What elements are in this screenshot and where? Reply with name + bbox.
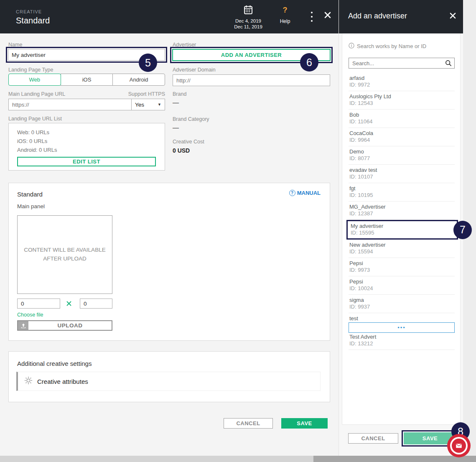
- load-more-button[interactable]: •••: [349, 322, 455, 333]
- creative-cost-label: Creative Cost: [173, 139, 204, 145]
- upload-icon: [18, 321, 28, 330]
- horizontal-scrollbar-thumb[interactable]: [313, 456, 476, 462]
- panel-title: Add an advertiser: [348, 12, 407, 20]
- advertiser-id: ID: 9972: [349, 82, 454, 88]
- advertiser-name: sigma: [349, 297, 454, 304]
- tab-ios[interactable]: iOS: [61, 74, 113, 86]
- screen: CREATIVE Standard D: [0, 0, 476, 462]
- support-https-select[interactable]: Yes ▼: [131, 99, 165, 110]
- main-landing-url-label: Main Landing Page URL: [8, 91, 65, 97]
- advertiser-name: Bob: [349, 112, 454, 118]
- advertiser-name: Test Advert: [349, 334, 454, 340]
- creative-attributes-row[interactable]: Creative attributes: [16, 372, 321, 391]
- advertiser-search-card: Search works by Name or ID arfasd ID: 99…: [342, 33, 461, 425]
- advertiser-list-item[interactable]: CocaCola ID: 9964: [349, 128, 455, 146]
- help-question-icon: ?: [276, 6, 294, 14]
- choose-file-link[interactable]: Choose file: [17, 312, 43, 318]
- tab-web[interactable]: Web: [8, 74, 61, 86]
- content-preview-box: CONTENT WILL BE AVAILABLE AFTER UPLOAD: [17, 215, 112, 294]
- advertiser-id: ID: 9973: [349, 267, 454, 273]
- width-input[interactable]: [17, 299, 60, 309]
- advertiser-id: ID: 15595: [351, 230, 454, 236]
- feedback-widget-ring: [450, 437, 468, 454]
- advertiser-list-item[interactable]: My advertiser ID: 15595 7: [346, 220, 458, 240]
- advertiser-list-item[interactable]: arfasd ID: 9972: [349, 73, 455, 91]
- main-landing-url-input[interactable]: [8, 99, 132, 110]
- standard-section: Standard ? MANUAL Main panel CONTENT WIL…: [8, 183, 330, 341]
- help-label: Help: [276, 18, 294, 24]
- advertiser-name: test: [349, 315, 454, 322]
- date-range-end: Dec 11, 2019: [229, 24, 267, 30]
- help-button[interactable]: ? Help: [276, 6, 294, 24]
- url-count-android: Android: 0 URLs: [17, 147, 57, 153]
- advertiser-id: ID: 8077: [349, 155, 454, 162]
- brand-category-label: Brand Category: [173, 116, 209, 122]
- search-icon[interactable]: [445, 60, 454, 66]
- manual-label: MANUAL: [297, 190, 321, 196]
- advertiser-id: ID: 9937: [349, 304, 454, 310]
- creative-editor: CREATIVE Standard D: [0, 0, 339, 462]
- advertiser-list-item[interactable]: New advertiser ID: 15594: [349, 240, 455, 258]
- manual-question-icon: ?: [289, 190, 295, 196]
- advertiser-id: ID: 12543: [349, 100, 454, 107]
- url-count-ios: iOS: 0 URLs: [17, 138, 47, 144]
- advertiser-list-item[interactable]: MG_Advertiser ID: 12387: [349, 202, 455, 220]
- panel-close-icon[interactable]: [450, 13, 456, 20]
- panel-header: Add an advertiser: [339, 0, 463, 33]
- advertiser-name: fgt: [349, 185, 454, 192]
- header-eyebrow: CREATIVE: [16, 9, 42, 14]
- annotation-badge-6: 6: [300, 53, 318, 71]
- search-hint: Search works by Name or ID: [349, 43, 426, 50]
- brand-category-value: —: [173, 124, 179, 131]
- advertiser-list-item[interactable]: Bob ID: 11064: [349, 110, 455, 128]
- advertiser-name: evadav test: [349, 167, 454, 174]
- url-list-label: Landing Page URL List: [8, 116, 62, 122]
- content-placeholder-text: CONTENT WILL BE AVAILABLE AFTER UPLOAD: [23, 246, 106, 263]
- advertiser-name: arfasd: [349, 75, 454, 82]
- advertiser-id: ID: 10024: [349, 285, 454, 292]
- panel-cancel-button[interactable]: CANCEL: [348, 433, 398, 444]
- advertiser-id: ID: 12387: [349, 210, 454, 217]
- search-hint-text: Search works by Name or ID: [357, 43, 426, 49]
- advertiser-list-item[interactable]: Pepsi ID: 9973: [349, 258, 455, 276]
- date-range-button[interactable]: Dec 4, 2019 Dec 11, 2019: [229, 5, 267, 30]
- advertiser-name: Auslogics Pty Ltd: [349, 93, 454, 100]
- add-advertiser-panel: Add an advertiser Search works by Name o…: [339, 0, 463, 456]
- advertiser-domain-input[interactable]: [173, 74, 330, 86]
- top-header: CREATIVE Standard D: [0, 0, 339, 33]
- landing-page-type-label: Landing Page Type: [8, 67, 53, 73]
- feedback-widget[interactable]: [447, 434, 471, 457]
- calendar-icon: [244, 9, 253, 16]
- kebab-menu-icon[interactable]: [309, 12, 314, 22]
- manual-link[interactable]: ? MANUAL: [289, 190, 321, 196]
- advertiser-search-input[interactable]: [349, 60, 445, 66]
- advertiser-name: Pepsi: [349, 260, 454, 267]
- upload-button[interactable]: UPLOAD: [17, 320, 112, 331]
- advertiser-id: ID: 15594: [349, 248, 454, 255]
- advertiser-list-item[interactable]: Pepsi ID: 10024: [349, 276, 455, 295]
- multiply-icon: [66, 300, 71, 308]
- advertiser-id: ID: 11064: [349, 118, 454, 125]
- advertiser-list-item[interactable]: Demo ID: 8077: [349, 146, 455, 165]
- close-icon[interactable]: [324, 12, 331, 20]
- landing-page-type-tabs: Web iOS Android: [8, 74, 165, 86]
- info-icon: [349, 43, 354, 50]
- advertiser-list-item[interactable]: Auslogics Pty Ltd ID: 12543: [349, 91, 455, 110]
- additional-settings-section: Additional creative settings Creative at…: [8, 351, 330, 402]
- advertiser-list-item[interactable]: evadav test ID: 10107: [349, 165, 455, 183]
- cancel-button[interactable]: CANCEL: [224, 418, 273, 429]
- advertiser-name: Pepsi: [349, 278, 454, 285]
- save-button[interactable]: SAVE: [281, 418, 328, 429]
- advertiser-list-item[interactable]: fgt ID: 10195: [349, 183, 455, 202]
- page-title: Standard: [16, 16, 50, 26]
- advertiser-id: ID: 9964: [349, 137, 454, 143]
- advertiser-list-item[interactable]: Test Advert ID: 13212: [349, 332, 455, 350]
- creative-attributes-label: Creative attributes: [37, 378, 88, 385]
- edit-list-button[interactable]: EDIT LIST: [17, 157, 156, 166]
- advertiser-search-box: [349, 58, 455, 69]
- height-input[interactable]: [80, 299, 112, 309]
- advertiser-list-item[interactable]: sigma ID: 9937: [349, 295, 455, 313]
- tab-android[interactable]: Android: [112, 74, 165, 86]
- brand-value: —: [173, 99, 179, 106]
- advertiser-name: Demo: [349, 148, 454, 155]
